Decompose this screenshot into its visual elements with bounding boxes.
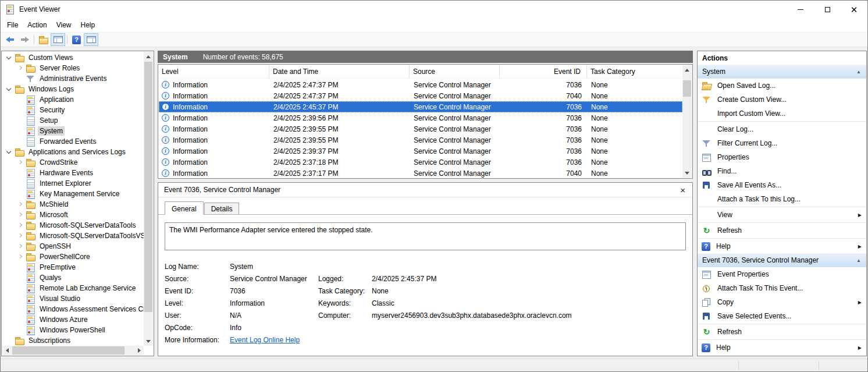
event-row[interactable]: iInformation2/4/2025 2:37:18 PMService C… [159, 157, 682, 168]
maximize-button[interactable] [814, 1, 841, 18]
action-save-selected-events[interactable]: Save Selected Events... [698, 309, 866, 323]
list-vertical-scrollbar[interactable] [682, 65, 692, 178]
event-row[interactable]: iInformation2/4/2025 2:47:37 PMService C… [159, 79, 682, 90]
scroll-down-icon[interactable] [144, 336, 153, 346]
tree-item-windows-assessment-services-clie[interactable]: Windows Assessment Services Clie [2, 304, 144, 314]
action-attach-task-to-this-event[interactable]: Attach Task To This Event... [698, 281, 866, 295]
scroll-up-icon[interactable] [144, 52, 153, 61]
action-create-custom-view[interactable]: Create Custom View... [698, 93, 866, 107]
tree-item-openssh[interactable]: OpenSSH [2, 241, 144, 251]
action-event-properties[interactable]: Event Properties [698, 267, 866, 281]
action-clear-log[interactable]: Clear Log... [698, 122, 866, 136]
preview-close-icon[interactable]: × [680, 186, 685, 194]
event-row[interactable]: iInformation2/4/2025 2:39:55 PMService C… [159, 134, 682, 146]
tree-item-setup[interactable]: Setup [2, 115, 144, 126]
collapse-arrow-icon[interactable]: ▲ [856, 69, 861, 75]
tree-item-applications-and-services-logs[interactable]: Applications and Services Logs [2, 147, 144, 157]
action-attach-a-task-to-this-log[interactable]: Attach a Task To this Log... [698, 192, 866, 206]
open-saved-log-button[interactable] [36, 33, 51, 46]
scrollbar-thumb[interactable] [683, 80, 691, 97]
tree-item-security[interactable]: Security [2, 105, 144, 115]
tree-item-windows-azure[interactable]: Windows Azure [2, 314, 144, 325]
chevron-down-icon[interactable] [6, 54, 13, 61]
chevron-right-icon[interactable] [17, 65, 24, 72]
help-button[interactable]: ? [69, 33, 84, 46]
action-filter-current-log[interactable]: Filter Current Log... [698, 136, 866, 150]
scroll-right-icon[interactable] [134, 346, 144, 355]
menu-file[interactable]: File [2, 19, 23, 31]
event-row[interactable]: iInformation2/4/2025 2:39:56 PMService C… [159, 112, 682, 123]
close-button[interactable]: ✕ [841, 1, 867, 18]
column-header-level[interactable]: Level [158, 65, 269, 78]
chevron-right-icon[interactable] [17, 253, 24, 260]
back-button[interactable] [3, 33, 17, 46]
chevron-right-icon[interactable] [17, 222, 24, 229]
event-row[interactable]: iInformation2/4/2025 2:39:55 PMService C… [159, 123, 682, 134]
tree-item-key-management-service[interactable]: Key Management Service [2, 189, 144, 199]
chevron-right-icon[interactable] [17, 243, 24, 250]
event-row[interactable]: iInformation2/4/2025 2:45:37 PMService C… [159, 101, 682, 112]
action-copy[interactable]: Copy▶ [698, 295, 866, 309]
tree-item-mcshield[interactable]: McShield [2, 199, 144, 210]
tree-item-microsoft[interactable]: Microsoft [2, 210, 144, 220]
tree-item-administrative-events[interactable]: Administrative Events [2, 73, 144, 84]
actions-section-header-event-7036-service-control-manager[interactable]: Event 7036, Service Control Manager▲ [698, 253, 866, 267]
action-help[interactable]: ?Help▶ [698, 341, 866, 355]
chevron-right-icon[interactable] [17, 232, 24, 239]
tab-details[interactable]: Details [204, 203, 240, 214]
column-header-date-and-time[interactable]: Date and Time [269, 65, 410, 78]
column-header-event-id[interactable]: Event ID [500, 65, 587, 78]
tree-item-application[interactable]: Application [2, 94, 144, 105]
collapse-arrow-icon[interactable]: ▲ [856, 258, 861, 263]
chevron-right-icon[interactable] [17, 201, 24, 208]
menu-view[interactable]: View [52, 19, 76, 31]
tree-item-server-roles[interactable]: Server Roles [2, 63, 144, 73]
action-refresh[interactable]: Refresh [698, 325, 866, 339]
tree-horizontal-scrollbar[interactable] [2, 346, 144, 355]
menu-help[interactable]: Help [76, 19, 100, 31]
chevron-right-icon[interactable] [17, 159, 24, 166]
event-log-online-help-link[interactable]: Event Log Online Help [230, 336, 686, 344]
scroll-left-icon[interactable] [2, 346, 12, 355]
tree-item-windows-logs[interactable]: Windows Logs [2, 84, 144, 94]
tree-item-system[interactable]: System [2, 126, 144, 136]
action-import-custom-view[interactable]: Import Custom View... [698, 107, 866, 121]
tree-item-powershellcore[interactable]: PowerShellCore [2, 251, 144, 262]
tree-item-crowdstrike[interactable]: CrowdStrike [2, 157, 144, 168]
tree-item-hardware-events[interactable]: Hardware Events [2, 168, 144, 178]
scrollbar-thumb[interactable] [12, 346, 124, 355]
minimize-button[interactable] [787, 1, 814, 18]
chevron-right-icon[interactable] [17, 211, 24, 218]
show-action-pane-button[interactable] [84, 33, 98, 46]
tree-item-preemptive[interactable]: PreEmptive [2, 262, 144, 272]
tree-item-forwarded-events[interactable]: Forwarded Events [2, 136, 144, 147]
tree-item-custom-views[interactable]: Custom Views [2, 52, 144, 63]
event-row[interactable]: iInformation2/4/2025 2:37:17 PMService C… [159, 168, 682, 178]
actions-section-header-system[interactable]: System▲ [698, 65, 866, 79]
action-refresh[interactable]: Refresh [698, 224, 866, 238]
action-properties[interactable]: Properties [698, 150, 866, 164]
event-row[interactable]: iInformation2/4/2025 2:47:37 PMService C… [159, 90, 682, 101]
action-open-saved-log[interactable]: Open Saved Log... [698, 79, 866, 93]
tree-item-internet-explorer[interactable]: Internet Explorer [2, 178, 144, 189]
event-row[interactable]: iInformation2/4/2025 2:39:37 PMService C… [159, 146, 682, 157]
tree-item-windows-powershell[interactable]: Windows PowerShell [2, 325, 144, 335]
tree-item-remote-lab-exchange-service[interactable]: Remote Lab Exchange Service [2, 283, 144, 293]
column-header-source[interactable]: Source [410, 65, 500, 78]
column-header-task-category[interactable]: Task Category [587, 65, 682, 78]
tab-general[interactable]: General [165, 201, 204, 215]
tree-vertical-scrollbar[interactable] [144, 52, 153, 346]
scroll-up-icon[interactable] [682, 65, 692, 75]
tree-item-visual-studio[interactable]: Visual Studio [2, 293, 144, 304]
chevron-down-icon[interactable] [6, 148, 13, 155]
action-help[interactable]: ?Help▶ [698, 239, 866, 253]
menu-action[interactable]: Action [23, 19, 51, 31]
tree-item-microsoft-sqlserverdatatools[interactable]: Microsoft-SQLServerDataTools [2, 220, 144, 231]
scrollbar-thumb[interactable] [144, 62, 152, 312]
chevron-down-icon[interactable] [6, 86, 13, 93]
tree-item-subscriptions[interactable]: Subscriptions [2, 335, 144, 346]
show-console-tree-button[interactable] [51, 33, 65, 46]
action-view[interactable]: View▶ [698, 208, 866, 222]
tree-item-microsoft-sqlserverdatatoolsvs[interactable]: Microsoft-SQLServerDataToolsVS [2, 231, 144, 241]
tree-item-qualys[interactable]: Qualys [2, 272, 144, 283]
